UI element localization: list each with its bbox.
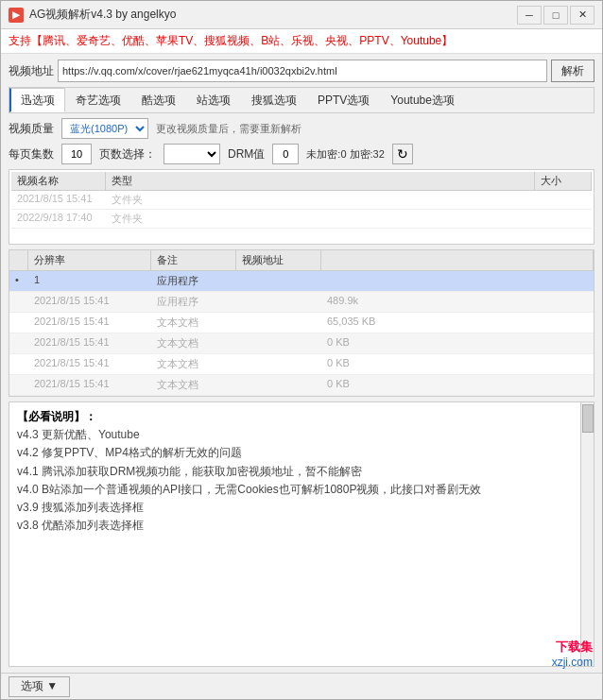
- vtc-size-3: 65,035 KB: [321, 313, 594, 333]
- file-cell-type2: 文件夹: [106, 210, 535, 228]
- notes-line-5: v3.8 优酷添加列表选择框: [17, 517, 573, 535]
- quality-select[interactable]: 蓝光(1080P): [61, 118, 148, 139]
- vtc-date-2: 2021/8/15 15:41: [28, 292, 151, 312]
- bottom-bar: 选项 ▼: [1, 673, 602, 699]
- file-list-row: 2021/8/15 15:41 文件夹: [11, 191, 592, 210]
- vtc-url-2: [236, 292, 321, 312]
- notes-line-4: v3.9 搜狐添加列表选择框: [17, 499, 573, 517]
- drm-input[interactable]: [272, 144, 299, 164]
- app-icon: ▶: [9, 8, 24, 23]
- file-header-size: 大小: [535, 172, 592, 190]
- notes-line-0: v4.3 更新优酷、Youtube: [17, 426, 573, 444]
- tab-ku[interactable]: 酷选项: [131, 88, 186, 112]
- vtc-note-1: 应用程序: [151, 271, 236, 291]
- vtc-date-6: 2021/8/15 15:41: [28, 375, 151, 395]
- file-list-header: 视频名称 类型 大小: [11, 172, 592, 191]
- vtc-bullet-5: [9, 354, 28, 374]
- vtc-size-1: [321, 271, 594, 291]
- vtc-size-6: 0 KB: [321, 375, 594, 395]
- per-page-label: 每页集数: [9, 146, 54, 162]
- video-table-row[interactable]: 2021/8/15 15:41 文本文档 65,035 KB: [9, 313, 594, 333]
- video-table-row[interactable]: 2021/8/15 15:41 文本文档 0 KB: [9, 354, 594, 375]
- watermark: 下载集 xzji.com: [552, 639, 593, 669]
- vth-extra: [321, 250, 594, 270]
- quality-row: 视频质量 蓝光(1080P) 更改视频质量后，需要重新解析: [9, 118, 594, 139]
- vtc-date-5: 2021/8/15 15:41: [28, 354, 151, 374]
- page-select-dropdown[interactable]: [164, 144, 220, 164]
- video-table-row[interactable]: • 1 应用程序: [9, 271, 594, 292]
- watermark-line2: xzji.com: [552, 656, 593, 669]
- vtc-size-5: 0 KB: [321, 354, 594, 374]
- vtc-note-5: 文本文档: [151, 354, 236, 374]
- file-list-row: 2022/9/18 17:40 文件夹: [11, 210, 592, 229]
- vtc-bullet-3: [9, 313, 28, 333]
- close-button[interactable]: ✕: [570, 6, 594, 25]
- vtc-note-3: 文本文档: [151, 313, 236, 333]
- notes-line-1: v4.2 修复PPTV、MP4格式的解析无效的问题: [17, 444, 573, 462]
- vtc-url-1: [236, 271, 321, 291]
- notes-scrollbar[interactable]: [580, 402, 594, 666]
- refresh-button[interactable]: ↻: [392, 144, 413, 164]
- vth-note: 备注: [151, 250, 236, 270]
- file-cell-size2: [535, 210, 592, 228]
- vtc-url-3: [236, 313, 321, 333]
- file-cell-date1: 2021/8/15 15:41: [11, 191, 106, 209]
- vtc-size-2: 489.9k: [321, 292, 594, 312]
- file-cell-size1: [535, 191, 592, 209]
- notes-section: 【必看说明】： v4.3 更新优酷、Youtube v4.2 修复PPTV、MP…: [9, 401, 594, 667]
- url-label: 视频地址: [9, 63, 54, 79]
- vtc-bullet-1: •: [9, 271, 28, 291]
- tab-youtube[interactable]: Youtube选项: [380, 88, 465, 112]
- url-row: 视频地址 解析: [9, 60, 594, 82]
- vtc-date-3: 2021/8/15 15:41: [28, 313, 151, 333]
- vtc-date-4: 2021/8/15 15:41: [28, 333, 151, 353]
- maximize-button[interactable]: □: [543, 6, 568, 25]
- video-table-row[interactable]: 2021/8/15 15:41 文本文档 0 KB: [9, 375, 594, 396]
- page-select-label: 页数选择：: [99, 146, 156, 162]
- vtc-url-4: [236, 333, 321, 353]
- notes-line-2: v4.1 腾讯添加获取DRM视频功能，能获取加密视频地址，暂不能解密: [17, 463, 573, 481]
- file-cell-type1: 文件夹: [106, 191, 535, 209]
- title-bar: ▶ AG视频解析v4.3 by angelkyo ─ □ ✕: [1, 1, 602, 29]
- tab-qiyi[interactable]: 奇艺选项: [65, 88, 131, 112]
- file-cell-date2: 2022/9/18 17:40: [11, 210, 106, 228]
- vtc-note-4: 文本文档: [151, 333, 236, 353]
- vtc-size-4: 0 KB: [321, 333, 594, 353]
- video-table-row[interactable]: 2021/8/15 15:41 文本文档 0 KB: [9, 333, 594, 354]
- notes-title: 【必看说明】：: [17, 408, 573, 426]
- vtc-note-6: 文本文档: [151, 375, 236, 395]
- tab-b[interactable]: 站选项: [186, 88, 241, 112]
- notes-line-3: v4.0 B站添加一个普通视频的API接口，无需Cookies也可解析1080P…: [17, 481, 573, 499]
- video-table-row[interactable]: 2021/8/15 15:41 应用程序 489.9k: [9, 292, 594, 313]
- watermark-line1: 下载集: [556, 639, 593, 656]
- quality-label: 视频质量: [9, 121, 54, 137]
- vtc-bullet-4: [9, 333, 28, 353]
- url-input[interactable]: [58, 60, 547, 82]
- tab-row: 迅选项 奇艺选项 酷选项 站选项 搜狐选项 PPTV选项 Youtube选项: [9, 87, 594, 113]
- parse-button[interactable]: 解析: [551, 60, 594, 82]
- file-header-type: 类型: [106, 172, 535, 190]
- tab-xun[interactable]: 迅选项: [9, 88, 65, 112]
- tab-pptv[interactable]: PPTV选项: [307, 88, 380, 112]
- per-page-input[interactable]: [61, 144, 92, 164]
- scroll-thumb[interactable]: [582, 404, 594, 433]
- file-header-name: 视频名称: [11, 172, 106, 190]
- encrypt-info: 未加密:0 加密:32: [306, 147, 385, 162]
- window-controls: ─ □ ✕: [517, 6, 594, 25]
- vtc-bullet-2: [9, 292, 28, 312]
- video-table-header: 分辨率 备注 视频地址: [9, 250, 594, 271]
- vtc-url-6: [236, 375, 321, 395]
- vtc-index-1: 1: [28, 271, 151, 291]
- vth-bullet: [9, 250, 28, 270]
- drm-label: DRM值: [228, 146, 265, 162]
- options-button[interactable]: 选项 ▼: [9, 676, 70, 697]
- vtc-note-2: 应用程序: [151, 292, 236, 312]
- vtc-url-5: [236, 354, 321, 374]
- vth-url: 视频地址: [236, 250, 321, 270]
- page-row: 每页集数 页数选择： DRM值 未加密:0 加密:32 ↻: [9, 144, 594, 164]
- quality-note: 更改视频质量后，需要重新解析: [156, 122, 302, 136]
- tab-sohu[interactable]: 搜狐选项: [241, 88, 307, 112]
- support-bar: 支持【腾讯、爱奇艺、优酷、苹果TV、搜狐视频、B站、乐视、央视、PPTV、You…: [1, 29, 602, 54]
- minimize-button[interactable]: ─: [517, 6, 542, 25]
- notes-content: 【必看说明】： v4.3 更新优酷、Youtube v4.2 修复PPTV、MP…: [9, 402, 580, 666]
